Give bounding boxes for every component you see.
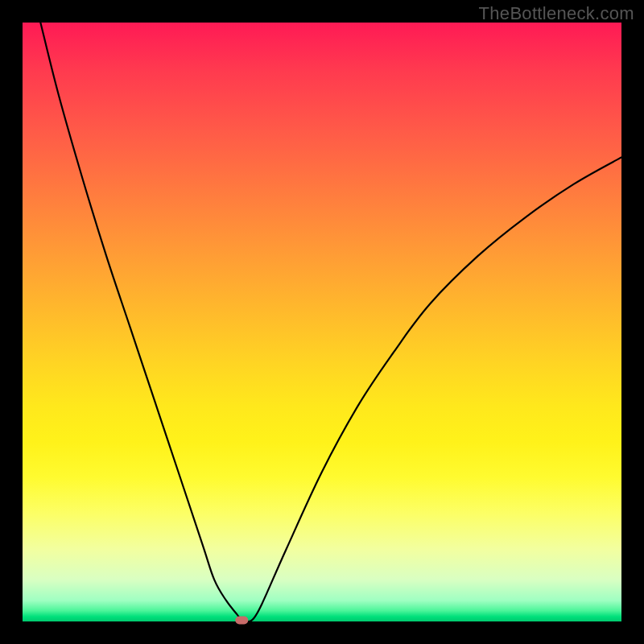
watermark-text: TheBottleneck.com: [479, 3, 634, 24]
chart-frame: TheBottleneck.com: [0, 0, 644, 644]
bottleneck-curve-path: [40, 23, 621, 621]
plot-area: [23, 23, 621, 621]
curve-svg: [23, 23, 621, 621]
optimum-marker: [235, 617, 248, 625]
